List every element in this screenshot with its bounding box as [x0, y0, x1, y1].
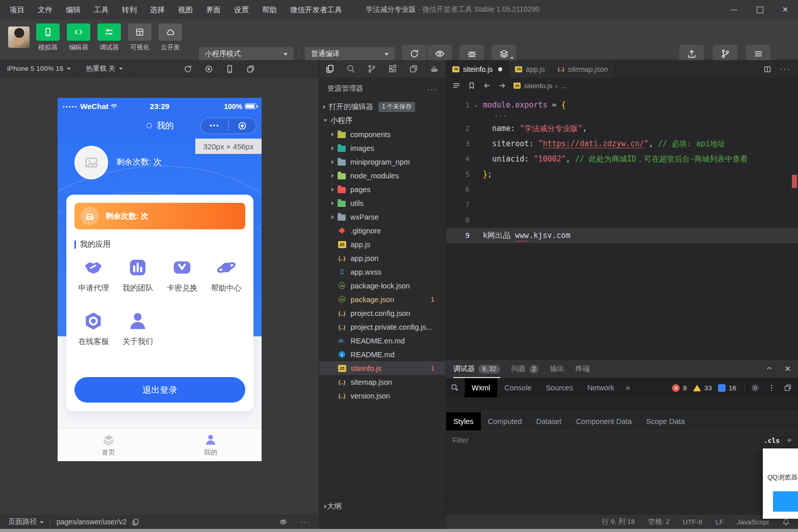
encoding[interactable]: UTF-8 [683, 518, 702, 526]
cursor-position[interactable]: 行 9, 列 18 [602, 517, 635, 526]
tree-item-images[interactable]: images [319, 141, 446, 155]
tree-item-project.private.config.js...[interactable]: {..}project.private.config.js... [319, 320, 446, 334]
toolbar-button-云开发[interactable]: 云开发 [155, 23, 186, 52]
undock-icon[interactable] [784, 384, 792, 392]
app-item-帮助中心[interactable]: 帮助中心 [204, 257, 248, 293]
hot-reload-select[interactable]: 热重载 关 [79, 60, 130, 77]
project-root-row[interactable]: 小程序 [319, 114, 446, 127]
tree-item-pages[interactable]: pages [319, 182, 446, 196]
bookmark-icon[interactable] [468, 82, 476, 90]
page-path-label[interactable]: 页面路径 [8, 517, 37, 526]
device-select[interactable]: iPhone 5 100% 16 [0, 60, 78, 77]
tree-item-project.config.json[interactable]: {..}project.config.json [319, 306, 446, 320]
code-line-3[interactable]: 3 siteroot: "https://dati.zdzyw.cn/", //… [446, 136, 798, 151]
maximize-button[interactable] [747, 0, 773, 19]
menu-帮助[interactable]: 帮助 [255, 0, 284, 19]
compile-button[interactable] [402, 45, 426, 62]
code-line-2[interactable]: 2 name: "学法减分专业版", [446, 121, 798, 136]
folded-hint[interactable]: ··· [446, 113, 798, 121]
language-mode[interactable]: JavaScript [737, 518, 769, 526]
minimize-button[interactable] [722, 0, 747, 19]
code-editor[interactable]: 1⌄module.exports = {··· 2 name: "学法减分专业版… [446, 93, 798, 359]
devtools-counts[interactable]: ✕ 8 33 16 [672, 384, 744, 392]
menu-转到[interactable]: 转到 [115, 0, 143, 19]
add-style-button[interactable]: + [787, 435, 792, 445]
tree-item-version.json[interactable]: {..}version.json [319, 389, 446, 403]
close-panel-icon[interactable]: ✕ [784, 364, 791, 374]
toolbar-button-编辑器[interactable]: 编辑器 [63, 23, 94, 52]
extensions-icon[interactable] [382, 60, 403, 77]
navigate-forward-icon[interactable] [498, 82, 506, 90]
breadcrumb-file[interactable]: JS siteinfo.js › ... [513, 82, 567, 90]
remaining-banner[interactable]: 剩余次数: 次 [74, 203, 245, 229]
collapse-panel-icon[interactable] [765, 364, 773, 372]
app-item-关于我们[interactable]: 关于我们 [116, 310, 160, 347]
outline-section[interactable]: 大纲 [319, 499, 446, 513]
tree-item-siteinfo.js[interactable]: JSsiteinfo.js1 [319, 361, 446, 375]
more-menu-button[interactable]: ••• [201, 118, 228, 134]
styles-tab-Scope Data[interactable]: Scope Data [639, 412, 692, 431]
devtools-tab-Wxml[interactable]: Wxml [465, 378, 497, 397]
multi-window-icon[interactable] [246, 65, 255, 73]
menu-项目[interactable]: 项目 [3, 0, 31, 19]
outline-list-icon[interactable] [452, 82, 460, 90]
upload-button[interactable] [679, 45, 704, 62]
menu-选择[interactable]: 选择 [143, 0, 171, 19]
files-icon[interactable] [319, 60, 340, 77]
tree-item-app.json[interactable]: {..}app.json [319, 251, 446, 265]
toolbar-button-调试器[interactable]: 调试器 [94, 23, 124, 52]
code-line-6[interactable]: 6 [446, 182, 798, 197]
popup-button[interactable] [773, 491, 798, 512]
app-item-卡密兑换[interactable]: 卡密兑换 [160, 257, 204, 293]
open-editors-row[interactable]: 打开的编辑器 1 个未保存 [319, 100, 446, 114]
docker-icon[interactable] [424, 60, 445, 77]
code-line-7[interactable]: 7 [446, 197, 798, 212]
menu-文件[interactable]: 文件 [31, 0, 59, 19]
navigate-back-icon[interactable] [483, 82, 491, 90]
editor-tab-sitemap.json[interactable]: {..}sitemap.json [552, 60, 614, 78]
toggle-class-button[interactable]: .cls [764, 437, 780, 444]
close-button[interactable]: ✕ [773, 0, 798, 19]
debugger-tab-问题[interactable]: 问题2 [511, 360, 539, 378]
version-control-button[interactable] [713, 45, 737, 62]
fold-chevron-icon[interactable]: ⌄ [470, 97, 483, 113]
devtools-tab-Sources[interactable]: Sources [538, 378, 580, 397]
indentation[interactable]: 空格: 2 [648, 517, 670, 526]
real-device-debug-button[interactable] [459, 45, 484, 62]
close-miniprogram-button[interactable] [229, 121, 256, 130]
editor-tab-siteinfo.js[interactable]: JSsiteinfo.js [446, 60, 509, 78]
debugger-tab-输出[interactable]: 输出 [550, 360, 564, 378]
avatar[interactable] [74, 146, 108, 179]
more-tabs-button[interactable]: » [622, 383, 634, 392]
debugger-tab-终端[interactable]: 终端 [575, 360, 589, 378]
tab-我的[interactable]: 我的 [160, 429, 262, 461]
styles-tab-Styles[interactable]: Styles [446, 412, 481, 431]
details-button[interactable] [746, 45, 770, 62]
search-icon[interactable] [340, 60, 361, 77]
toggle-visibility-icon[interactable] [279, 518, 287, 526]
menu-微信开发者工具[interactable]: 微信开发者工具 [284, 0, 349, 19]
tree-item-sitemap.json[interactable]: {..}sitemap.json [319, 375, 446, 389]
code-line-9[interactable]: 9k网出品 www.kjsv.com [446, 228, 798, 243]
menu-视图[interactable]: 视图 [171, 0, 199, 19]
source-control-icon[interactable] [361, 60, 382, 77]
dots-vertical-icon[interactable] [767, 384, 776, 392]
styles-tab-Computed[interactable]: Computed [481, 412, 529, 431]
toolbar-button-模拟器[interactable]: 模拟器 [33, 23, 63, 52]
devtools-tab-Network[interactable]: Network [580, 378, 622, 397]
tab-首页[interactable]: 首页 [58, 429, 160, 461]
tree-item-node_modules[interactable]: node_modules [319, 169, 446, 182]
devtools-tab-Console[interactable]: Console [497, 378, 538, 397]
window-restore-icon[interactable] [403, 60, 424, 77]
compile-mode-select[interactable]: 普通编译 [305, 47, 395, 61]
menu-界面[interactable]: 界面 [199, 0, 227, 19]
tree-item-wxParse[interactable]: wxParse [319, 210, 446, 224]
tree-item-README.en.md[interactable]: M↓README.en.md [319, 334, 446, 348]
explorer-more-button[interactable]: ··· [427, 85, 437, 93]
clear-cache-button[interactable] [492, 45, 516, 62]
editor-tab-app.js[interactable]: JSapp.js [509, 60, 551, 78]
toolbar-button-可视化[interactable]: 可视化 [124, 23, 155, 52]
app-item-在线客服[interactable]: 在线客服 [71, 310, 116, 347]
tree-item-components[interactable]: components [319, 127, 446, 141]
app-item-我的团队[interactable]: 我的团队 [116, 257, 160, 293]
